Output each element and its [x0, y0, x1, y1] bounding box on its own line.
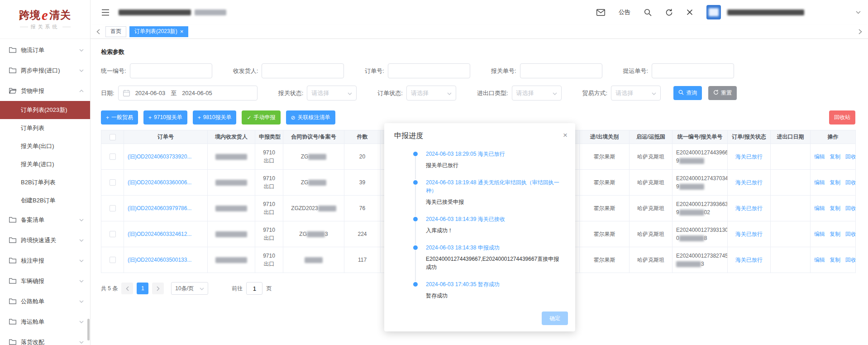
copy-link[interactable]: 复制: [830, 179, 840, 186]
date-to-value[interactable]: 2024-06-05: [182, 90, 212, 96]
reset-button[interactable]: 重置: [708, 86, 737, 100]
sidebar-submenu-item[interactable]: 订单列表(2023新): [0, 101, 90, 119]
close-icon[interactable]: [687, 9, 693, 15]
row-checkbox[interactable]: [110, 205, 116, 211]
user-avatar[interactable]: [706, 5, 721, 19]
tab-home[interactable]: 首页: [105, 26, 126, 37]
status-link[interactable]: 海关已放行: [735, 231, 763, 237]
sidebar-submenu-item[interactable]: 报关单(进口): [0, 155, 90, 173]
status-link[interactable]: 海关已放行: [735, 153, 763, 160]
select-dropdown[interactable]: 请选择: [512, 86, 562, 101]
edit-link[interactable]: 编辑: [814, 231, 825, 237]
edit-link[interactable]: 编辑: [814, 153, 825, 160]
status-link[interactable]: 海关已放行: [735, 205, 763, 211]
search-icon[interactable]: [644, 9, 652, 16]
tab-close-icon[interactable]: ×: [180, 29, 184, 34]
filter-text-input[interactable]: [262, 63, 344, 78]
select-dropdown[interactable]: 请选择: [307, 86, 357, 101]
toolbar-button[interactable]: + 9710报关单: [143, 110, 187, 125]
order-no-link[interactable]: (旧)OD20240603733920...: [128, 153, 191, 160]
sidebar-item[interactable]: 跨境快速通关: [0, 230, 90, 250]
page-number-button[interactable]: 1: [137, 283, 148, 294]
date-from-value[interactable]: 2024-06-03: [135, 90, 166, 96]
timeline-dot-icon: [413, 152, 418, 156]
tabs-scroll-left-icon[interactable]: [94, 29, 102, 34]
modal-close-icon[interactable]: ×: [563, 131, 568, 139]
select-dropdown[interactable]: 请选择: [406, 86, 456, 101]
sidebar-submenu-item-label: 报关单(进口): [21, 160, 54, 168]
declaration-no-redacted: [676, 261, 701, 267]
row-checkbox[interactable]: [110, 231, 116, 237]
status-link[interactable]: 海关已放行: [735, 257, 763, 263]
recycle-link[interactable]: 回收: [845, 179, 856, 186]
copy-link[interactable]: 复制: [830, 153, 840, 160]
sidebar-item[interactable]: 车辆确报: [0, 271, 90, 291]
logo-title-left: 跨境: [19, 8, 41, 22]
announcement-link[interactable]: 公告: [619, 8, 630, 16]
sidebar-item[interactable]: 物流订单: [0, 40, 90, 60]
sidebar-submenu-item[interactable]: 报关单(出口): [0, 137, 90, 155]
row-checkbox[interactable]: [110, 257, 116, 263]
recycle-link[interactable]: 回收: [845, 153, 856, 160]
order-no-link[interactable]: (旧)OD20240603324612...: [128, 231, 191, 237]
goto-page-input[interactable]: [246, 282, 262, 295]
select-dropdown[interactable]: 请选择: [611, 86, 661, 101]
status-link[interactable]: 海关已放行: [735, 179, 763, 186]
tab-order-list-2023[interactable]: 订单列表(2023新) ×: [129, 26, 188, 37]
next-page-button[interactable]: [152, 283, 164, 294]
recycle-bin-button[interactable]: 回收站: [829, 110, 855, 125]
tabs-scroll-right-icon[interactable]: [856, 29, 864, 34]
timeline-item-body: 报关单已放行: [426, 161, 562, 169]
copy-link[interactable]: 复制: [830, 257, 840, 263]
sidebar-item-cargo-declare[interactable]: 货物申报: [0, 81, 90, 101]
row-checkbox[interactable]: [110, 153, 116, 160]
sidebar-item[interactable]: 两步申报(进口): [0, 60, 90, 81]
copy-link[interactable]: 复制: [830, 231, 840, 237]
filter-text-input[interactable]: [130, 63, 212, 78]
chevron-down-icon: [79, 300, 84, 303]
edit-link[interactable]: 编辑: [814, 179, 825, 186]
select-all-checkbox[interactable]: [110, 134, 116, 140]
order-no-link[interactable]: (旧)OD20240603979786...: [128, 205, 191, 211]
recycle-link[interactable]: 回收: [845, 257, 856, 263]
edit-link[interactable]: 编辑: [814, 257, 825, 263]
filter-text-input[interactable]: [652, 63, 734, 78]
sidebar-item[interactable]: 海运舱单: [0, 311, 90, 332]
contract-no-redacted: [308, 154, 326, 160]
toolbar-button[interactable]: ⊘ 关联核注清单: [286, 110, 335, 125]
row-checkbox[interactable]: [110, 179, 116, 186]
sidebar-item[interactable]: 落货改配: [0, 332, 90, 345]
filter-text-input[interactable]: [520, 63, 602, 78]
mail-icon[interactable]: [596, 9, 605, 16]
sidebar-submenu-item[interactable]: 订单列表: [0, 119, 90, 137]
order-no-link[interactable]: (旧)OD20240603360006...: [128, 179, 191, 186]
filter-field: 报关单号:: [491, 63, 602, 78]
chevron-down-icon[interactable]: [856, 11, 861, 14]
recycle-link[interactable]: 回收: [845, 231, 856, 237]
confirm-button[interactable]: 确定: [542, 311, 568, 325]
logo-title-right: 清关: [49, 8, 71, 22]
contract-no-prefix: ZG: [299, 231, 307, 237]
hamburger-icon[interactable]: [101, 9, 110, 16]
col-header-unified-no: 统一编号/报关单号: [672, 130, 728, 144]
sidebar-submenu-item[interactable]: B2B订单列表: [0, 173, 90, 192]
sidebar-submenu-item[interactable]: 创建B2B订单: [0, 192, 90, 210]
sidebar-item[interactable]: 备案清单: [0, 210, 90, 230]
sidebar-scrollbar[interactable]: [87, 319, 90, 340]
select-field-label: 报关状态:: [278, 89, 304, 97]
date-range-picker[interactable]: 2024-06-03 至 2024-06-05: [118, 86, 258, 101]
toolbar-button[interactable]: + 一般贸易: [101, 110, 138, 125]
refresh-icon[interactable]: [665, 9, 673, 16]
page-size-select[interactable]: 10条/页: [171, 282, 208, 295]
sidebar-item[interactable]: 公路舱单: [0, 291, 90, 311]
copy-link[interactable]: 复制: [830, 205, 840, 211]
toolbar-button[interactable]: ✓ 手动申报: [242, 110, 280, 125]
sidebar-item[interactable]: 核注申报: [0, 250, 90, 271]
query-button[interactable]: 查询: [673, 86, 702, 100]
filter-text-input[interactable]: [388, 63, 470, 78]
toolbar-button[interactable]: + 9810报关单: [193, 110, 237, 125]
order-no-link[interactable]: (旧)OD20240603500133...: [128, 257, 191, 263]
edit-link[interactable]: 编辑: [814, 205, 825, 211]
recycle-link[interactable]: 回收: [845, 205, 856, 211]
prev-page-button[interactable]: [121, 283, 133, 294]
